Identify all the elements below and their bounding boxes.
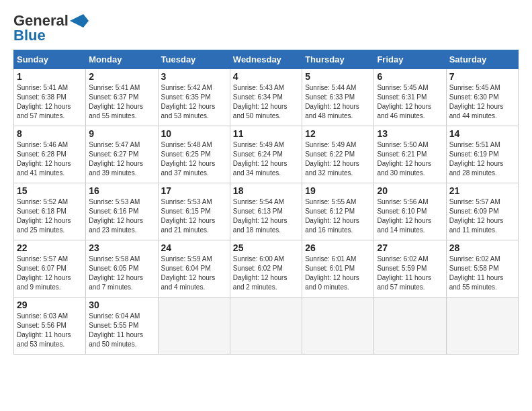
day-number: 2 (89, 71, 154, 82)
logo-text: General (13, 13, 69, 28)
day-number: 24 (161, 242, 227, 253)
day-detail: Sunrise: 5:53 AMSunset: 6:15 PMDaylight:… (161, 198, 216, 234)
week-row-5: 29 Sunrise: 6:03 AMSunset: 5:56 PMDaylig… (14, 298, 519, 355)
weekday-header-row: SundayMondayTuesdayWednesdayThursdayFrid… (14, 50, 519, 69)
calendar-cell: 20 Sunrise: 5:56 AMSunset: 6:10 PMDaylig… (374, 183, 446, 240)
weekday-header-monday: Monday (86, 50, 158, 69)
calendar-cell: 8 Sunrise: 5:46 AMSunset: 6:28 PMDayligh… (14, 126, 86, 183)
calendar-cell: 6 Sunrise: 5:45 AMSunset: 6:31 PMDayligh… (374, 69, 446, 126)
day-detail: Sunrise: 5:57 AMSunset: 6:09 PMDaylight:… (449, 198, 504, 234)
calendar-cell: 14 Sunrise: 5:51 AMSunset: 6:19 PMDaylig… (446, 126, 518, 183)
week-row-2: 8 Sunrise: 5:46 AMSunset: 6:28 PMDayligh… (14, 126, 519, 183)
weekday-header-thursday: Thursday (302, 50, 374, 69)
calendar-cell: 2 Sunrise: 5:41 AMSunset: 6:37 PMDayligh… (86, 69, 158, 126)
day-number: 10 (161, 128, 227, 139)
weekday-header-tuesday: Tuesday (158, 50, 230, 69)
day-number: 3 (161, 71, 227, 82)
calendar-cell: 13 Sunrise: 5:50 AMSunset: 6:21 PMDaylig… (374, 126, 446, 183)
calendar-cell: 17 Sunrise: 5:53 AMSunset: 6:15 PMDaylig… (158, 183, 230, 240)
calendar-cell: 3 Sunrise: 5:42 AMSunset: 6:35 PMDayligh… (158, 69, 230, 126)
calendar-table: SundayMondayTuesdayWednesdayThursdayFrid… (13, 50, 519, 355)
day-number: 21 (449, 185, 515, 196)
day-detail: Sunrise: 6:02 AMSunset: 5:59 PMDaylight:… (377, 255, 431, 291)
day-number: 25 (233, 242, 299, 253)
logo-blue-text: Blue (13, 28, 46, 43)
day-detail: Sunrise: 5:52 AMSunset: 6:18 PMDaylight:… (17, 198, 71, 234)
day-number: 26 (305, 242, 371, 253)
day-number: 30 (89, 300, 154, 310)
day-number: 16 (89, 185, 154, 196)
day-detail: Sunrise: 5:51 AMSunset: 6:19 PMDaylight:… (449, 141, 504, 177)
day-detail: Sunrise: 5:47 AMSunset: 6:27 PMDaylight:… (89, 141, 143, 177)
calendar-cell: 5 Sunrise: 5:44 AMSunset: 6:33 PMDayligh… (302, 69, 374, 126)
calendar-cell (230, 298, 302, 355)
calendar-cell: 21 Sunrise: 5:57 AMSunset: 6:09 PMDaylig… (446, 183, 518, 240)
day-number: 9 (89, 128, 154, 139)
day-number: 6 (377, 71, 443, 82)
svg-marker-0 (70, 14, 89, 28)
day-detail: Sunrise: 6:04 AMSunset: 5:55 PMDaylight:… (89, 312, 143, 348)
week-row-4: 22 Sunrise: 5:57 AMSunset: 6:07 PMDaylig… (14, 240, 519, 298)
calendar-cell (158, 298, 230, 355)
logo-arrow-icon (70, 14, 89, 28)
calendar-cell: 10 Sunrise: 5:48 AMSunset: 6:25 PMDaylig… (158, 126, 230, 183)
week-row-1: 1 Sunrise: 5:41 AMSunset: 6:38 PMDayligh… (14, 69, 519, 126)
day-detail: Sunrise: 5:48 AMSunset: 6:25 PMDaylight:… (161, 141, 216, 177)
calendar-cell: 7 Sunrise: 5:45 AMSunset: 6:30 PMDayligh… (446, 69, 518, 126)
day-number: 19 (305, 185, 371, 196)
day-detail: Sunrise: 5:46 AMSunset: 6:28 PMDaylight:… (17, 141, 71, 177)
day-number: 1 (17, 71, 83, 82)
calendar-cell: 23 Sunrise: 5:58 AMSunset: 6:05 PMDaylig… (86, 240, 158, 298)
day-detail: Sunrise: 5:41 AMSunset: 6:38 PMDaylight:… (17, 84, 71, 120)
day-number: 4 (233, 71, 299, 82)
calendar-cell: 18 Sunrise: 5:54 AMSunset: 6:13 PMDaylig… (230, 183, 302, 240)
day-detail: Sunrise: 5:53 AMSunset: 6:16 PMDaylight:… (89, 198, 143, 234)
day-detail: Sunrise: 5:44 AMSunset: 6:33 PMDaylight:… (305, 84, 359, 120)
day-detail: Sunrise: 5:43 AMSunset: 6:34 PMDaylight:… (233, 84, 287, 120)
calendar-cell: 19 Sunrise: 5:55 AMSunset: 6:12 PMDaylig… (302, 183, 374, 240)
calendar-cell: 27 Sunrise: 6:02 AMSunset: 5:59 PMDaylig… (374, 240, 446, 298)
day-detail: Sunrise: 5:56 AMSunset: 6:10 PMDaylight:… (377, 198, 431, 234)
day-detail: Sunrise: 5:41 AMSunset: 6:37 PMDaylight:… (89, 84, 143, 120)
day-number: 20 (377, 185, 443, 196)
day-detail: Sunrise: 6:01 AMSunset: 6:01 PMDaylight:… (305, 255, 359, 291)
week-row-3: 15 Sunrise: 5:52 AMSunset: 6:18 PMDaylig… (14, 183, 519, 240)
calendar-cell: 25 Sunrise: 6:00 AMSunset: 6:02 PMDaylig… (230, 240, 302, 298)
day-number: 7 (449, 71, 515, 82)
page-header: General Blue (13, 13, 519, 43)
day-detail: Sunrise: 5:49 AMSunset: 6:24 PMDaylight:… (233, 141, 287, 177)
day-number: 5 (305, 71, 371, 82)
calendar-cell: 9 Sunrise: 5:47 AMSunset: 6:27 PMDayligh… (86, 126, 158, 183)
day-detail: Sunrise: 5:45 AMSunset: 6:30 PMDaylight:… (449, 84, 504, 120)
day-detail: Sunrise: 5:58 AMSunset: 6:05 PMDaylight:… (89, 255, 143, 291)
day-detail: Sunrise: 5:54 AMSunset: 6:13 PMDaylight:… (233, 198, 287, 234)
weekday-header-saturday: Saturday (446, 50, 518, 69)
weekday-header-sunday: Sunday (14, 50, 86, 69)
day-detail: Sunrise: 5:49 AMSunset: 6:22 PMDaylight:… (305, 141, 359, 177)
day-detail: Sunrise: 6:02 AMSunset: 5:58 PMDaylight:… (449, 255, 504, 291)
day-detail: Sunrise: 5:57 AMSunset: 6:07 PMDaylight:… (17, 255, 71, 291)
day-number: 29 (17, 300, 83, 310)
day-detail: Sunrise: 5:50 AMSunset: 6:21 PMDaylight:… (377, 141, 431, 177)
calendar-cell: 15 Sunrise: 5:52 AMSunset: 6:18 PMDaylig… (14, 183, 86, 240)
calendar-cell: 30 Sunrise: 6:04 AMSunset: 5:55 PMDaylig… (86, 298, 158, 355)
day-number: 12 (305, 128, 371, 139)
day-detail: Sunrise: 5:55 AMSunset: 6:12 PMDaylight:… (305, 198, 359, 234)
calendar-cell (374, 298, 446, 355)
weekday-header-friday: Friday (374, 50, 446, 69)
calendar-cell: 16 Sunrise: 5:53 AMSunset: 6:16 PMDaylig… (86, 183, 158, 240)
calendar-cell: 11 Sunrise: 5:49 AMSunset: 6:24 PMDaylig… (230, 126, 302, 183)
day-number: 13 (377, 128, 443, 139)
day-detail: Sunrise: 6:00 AMSunset: 6:02 PMDaylight:… (233, 255, 287, 291)
calendar-cell: 29 Sunrise: 6:03 AMSunset: 5:56 PMDaylig… (14, 298, 86, 355)
day-number: 8 (17, 128, 83, 139)
day-number: 17 (161, 185, 227, 196)
day-detail: Sunrise: 5:59 AMSunset: 6:04 PMDaylight:… (161, 255, 216, 291)
day-number: 11 (233, 128, 299, 139)
logo: General Blue (13, 13, 89, 43)
day-number: 22 (17, 242, 83, 253)
calendar-cell: 12 Sunrise: 5:49 AMSunset: 6:22 PMDaylig… (302, 126, 374, 183)
weekday-header-wednesday: Wednesday (230, 50, 302, 69)
day-number: 18 (233, 185, 299, 196)
calendar-cell (446, 298, 518, 355)
